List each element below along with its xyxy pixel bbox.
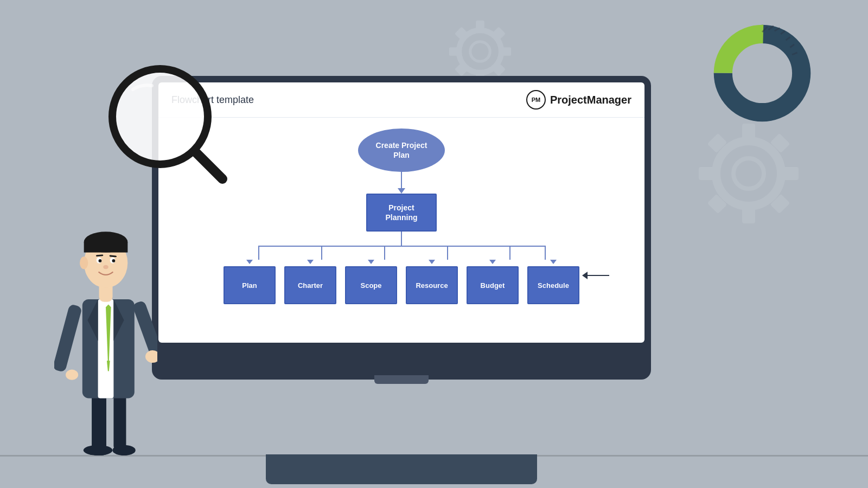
laptop-hinge [374, 375, 429, 384]
scope-node: Scope [345, 266, 397, 304]
svg-rect-41 [54, 304, 82, 373]
svg-line-58 [196, 153, 222, 179]
svg-point-55 [103, 265, 108, 269]
pm-logo: PM ProjectManager [526, 90, 631, 110]
pm-logo-circle: PM [526, 90, 546, 110]
svg-rect-13 [742, 208, 755, 223]
schedule-node: Schedule [527, 266, 579, 304]
charter-node: Charter [284, 266, 336, 304]
vert-line-1 [401, 232, 402, 246]
svg-rect-33 [113, 393, 126, 451]
svg-point-0 [459, 30, 501, 73]
resource-node: Resource [406, 266, 458, 304]
vert-drop-4 [447, 246, 448, 260]
svg-rect-47 [84, 242, 128, 252]
svg-rect-5 [501, 47, 511, 56]
svg-point-54 [80, 256, 88, 269]
plan-node-wrap: Plan [224, 260, 276, 304]
charter-node-wrap: Charter [284, 260, 336, 304]
svg-point-1 [470, 42, 490, 61]
svg-rect-4 [449, 47, 459, 56]
project-planning-node: Project Planning [366, 194, 437, 232]
arrow-line-1 [401, 172, 402, 188]
arrow-to-schedule [550, 260, 557, 264]
svg-rect-35 [98, 299, 114, 398]
vert-drop-3 [384, 246, 385, 260]
budget-node: Budget [467, 266, 519, 304]
resource-node-wrap: Resource [406, 260, 458, 304]
arrow-to-planning [398, 172, 405, 194]
laptop-screen: Flowchart template PM ProjectManager Cre… [158, 82, 644, 343]
laptop-base [266, 454, 537, 484]
arrow-to-plan [246, 260, 253, 264]
scope-node-wrap: Scope [345, 260, 397, 304]
horiz-line [258, 246, 545, 247]
svg-rect-2 [476, 21, 484, 30]
svg-rect-15 [783, 167, 799, 180]
person-illustration [54, 195, 157, 455]
arrow-head-1 [398, 188, 405, 194]
vert-drop-6 [545, 246, 546, 260]
screen-header: Flowchart template PM ProjectManager [158, 82, 644, 118]
branch-connector [233, 232, 570, 260]
svg-point-50 [99, 259, 102, 262]
vert-drop-5 [509, 246, 510, 260]
plan-node: Plan [224, 266, 276, 304]
pm-logo-text: ProjectManager [550, 94, 631, 106]
arrow-to-resource [429, 260, 435, 264]
svg-point-11 [733, 158, 764, 189]
arrow-to-budget [489, 260, 496, 264]
arrow-left-indicator [582, 272, 609, 279]
arrow-to-charter [307, 260, 314, 264]
svg-rect-14 [699, 167, 714, 180]
donut-chart-decoration [711, 22, 814, 125]
vert-drop-2 [321, 246, 322, 260]
svg-point-51 [112, 259, 116, 262]
schedule-node-wrap: Schedule [527, 260, 579, 304]
magnifying-glass-icon [108, 65, 228, 184]
arrow-left-line [588, 275, 609, 276]
arrow-left-head [582, 272, 588, 279]
svg-point-10 [716, 141, 781, 206]
arrow-to-scope [368, 260, 374, 264]
flowchart-area: Create Project Plan Project Planning [158, 118, 644, 315]
svg-rect-12 [742, 124, 755, 139]
create-project-plan-node: Create Project Plan [358, 129, 445, 172]
svg-rect-32 [92, 393, 106, 455]
svg-point-43 [66, 370, 78, 380]
gear-right-large-icon [694, 119, 803, 228]
svg-point-22 [737, 48, 787, 98]
svg-point-42 [145, 350, 157, 363]
budget-node-wrap: Budget [467, 260, 519, 304]
vert-drop-1 [258, 246, 259, 260]
bottom-nodes-row: Plan Charter Scope Resource [224, 260, 579, 304]
